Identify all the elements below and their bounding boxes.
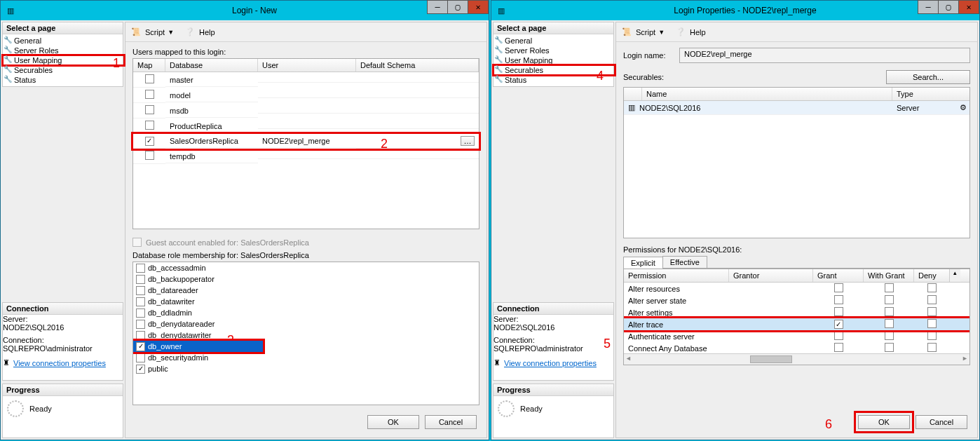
cancel-button[interactable]: Cancel: [916, 415, 967, 429]
role-checkbox[interactable]: [136, 342, 145, 351]
role-checkbox[interactable]: [136, 353, 145, 362]
deny-checkbox[interactable]: [927, 319, 937, 328]
sidebar-item-general[interactable]: General: [3, 36, 123, 46]
table-row[interactable]: model: [133, 88, 479, 103]
view-connection-link[interactable]: View connection properties: [504, 359, 597, 367]
role-checkbox[interactable]: [136, 308, 145, 318]
tab-explicit[interactable]: Explicit: [623, 257, 663, 269]
map-checkbox[interactable]: [145, 74, 154, 83]
securable-name[interactable]: NODE2\SQL2016: [635, 102, 892, 115]
table-row[interactable]: msdb: [133, 103, 479, 118]
col-map[interactable]: Map: [133, 59, 165, 72]
grant-checkbox[interactable]: [834, 343, 843, 352]
list-item[interactable]: db_denydatareader: [133, 318, 479, 330]
withgrant-checkbox[interactable]: [885, 295, 894, 304]
map-checkbox[interactable]: [145, 151, 154, 160]
role-checkbox[interactable]: [136, 264, 145, 273]
close-button[interactable]: ✕: [958, 0, 979, 14]
minimize-button[interactable]: —: [918, 0, 939, 14]
table-row[interactable]: master: [133, 72, 479, 88]
col-default-schema[interactable]: Default Schema: [356, 59, 479, 72]
withgrant-checkbox[interactable]: [885, 319, 894, 328]
tab-effective[interactable]: Effective: [662, 256, 707, 268]
map-checkbox[interactable]: [145, 121, 154, 130]
sidebar-item-server-roles[interactable]: Server Roles: [494, 46, 613, 55]
role-list[interactable]: db_accessadmindb_backupoperatordb_datare…: [132, 262, 479, 405]
schema-picker-button[interactable]: …: [461, 136, 475, 146]
deny-checkbox[interactable]: [927, 331, 937, 340]
table-row[interactable]: ProductReplica: [133, 118, 479, 134]
cancel-button[interactable]: Cancel: [425, 415, 477, 429]
list-item[interactable]: db_owner: [133, 341, 263, 352]
list-item[interactable]: db_datawriter: [133, 296, 479, 307]
col-permission[interactable]: Permission: [624, 269, 729, 282]
col-user[interactable]: User: [258, 59, 356, 72]
view-connection-link[interactable]: View connection properties: [13, 359, 106, 367]
map-checkbox[interactable]: [145, 90, 154, 99]
role-checkbox[interactable]: [136, 297, 145, 306]
securables-grid[interactable]: Name Type ▥ NODE2\SQL2016 Server ⚙: [623, 87, 970, 238]
scrollbar-horizontal[interactable]: [624, 353, 969, 365]
grant-checkbox[interactable]: [834, 331, 843, 340]
list-item[interactable]: db_datareader: [133, 285, 479, 296]
securable-props-icon[interactable]: ⚙: [955, 101, 969, 115]
deny-checkbox[interactable]: [927, 283, 937, 292]
grant-checkbox[interactable]: [834, 320, 843, 329]
map-checkbox[interactable]: [145, 137, 154, 146]
ok-button[interactable]: OK: [367, 415, 419, 429]
script-button[interactable]: Script: [145, 28, 165, 36]
maximize-button[interactable]: ▢: [447, 0, 468, 14]
withgrant-checkbox[interactable]: [885, 331, 894, 340]
grant-checkbox[interactable]: [834, 295, 843, 304]
role-checkbox[interactable]: [136, 275, 145, 284]
col-grant[interactable]: Grant: [813, 269, 864, 282]
map-checkbox[interactable]: [145, 105, 154, 114]
withgrant-checkbox[interactable]: [885, 307, 894, 316]
deny-checkbox[interactable]: [927, 295, 937, 304]
list-item[interactable]: public: [133, 363, 479, 374]
role-checkbox[interactable]: [136, 286, 145, 295]
help-button[interactable]: Help: [690, 28, 706, 36]
sidebar-item-user-mapping[interactable]: User Mapping: [3, 55, 124, 65]
col-type[interactable]: Type: [892, 88, 969, 100]
sidebar-item-status[interactable]: Status: [3, 75, 123, 85]
list-item[interactable]: db_securityadmin: [133, 352, 479, 363]
grant-checkbox[interactable]: [834, 283, 843, 292]
table-row[interactable]: Connect Any Database: [624, 342, 969, 353]
list-item[interactable]: db_accessadmin: [133, 262, 479, 273]
close-button[interactable]: ✕: [468, 0, 489, 14]
col-database[interactable]: Database: [165, 59, 258, 72]
list-item[interactable]: db_denydatawriter: [133, 330, 479, 341]
sidebar-item-securables[interactable]: Securables: [3, 65, 123, 75]
col-deny[interactable]: Deny: [914, 269, 949, 282]
sidebar-item-server-roles[interactable]: Server Roles: [3, 46, 123, 55]
role-checkbox[interactable]: [136, 365, 145, 374]
col-name[interactable]: Name: [642, 88, 892, 100]
sidebar-item-general[interactable]: General: [494, 36, 613, 46]
deny-checkbox[interactable]: [927, 307, 937, 316]
help-button[interactable]: Help: [199, 28, 215, 36]
script-dropdown-icon[interactable]: ▼: [168, 29, 174, 36]
user-mapping-grid[interactable]: Map Database User Default Schema masterm…: [132, 58, 479, 229]
list-item[interactable]: db_ddladmin: [133, 307, 479, 318]
col-withgrant[interactable]: With Grant: [864, 269, 914, 282]
col-grantor[interactable]: Grantor: [729, 269, 813, 282]
scroll-up-icon[interactable]: ▴: [949, 269, 960, 282]
script-dropdown-icon[interactable]: ▼: [658, 29, 665, 36]
grant-checkbox[interactable]: [834, 307, 843, 316]
sidebar-item-user-mapping[interactable]: User Mapping: [494, 55, 613, 65]
list-item[interactable]: db_backupoperator: [133, 273, 479, 285]
search-button[interactable]: Search...: [886, 70, 970, 84]
table-row[interactable]: tempdb: [133, 149, 479, 164]
table-row[interactable]: SalesOrdersReplicaNODE2\repl_merge…: [133, 134, 479, 149]
role-checkbox[interactable]: [136, 320, 145, 329]
permissions-grid[interactable]: Permission Grantor Grant With Grant Deny…: [623, 269, 970, 365]
titlebar[interactable]: ▥ Login - New — ▢ ✕: [1, 1, 489, 20]
script-button[interactable]: Script: [636, 28, 655, 36]
maximize-button[interactable]: ▢: [938, 0, 959, 14]
deny-checkbox[interactable]: [927, 343, 937, 352]
minimize-button[interactable]: —: [427, 0, 448, 14]
sidebar-item-status[interactable]: Status: [494, 75, 613, 85]
withgrant-checkbox[interactable]: [885, 343, 894, 352]
withgrant-checkbox[interactable]: [885, 283, 894, 292]
